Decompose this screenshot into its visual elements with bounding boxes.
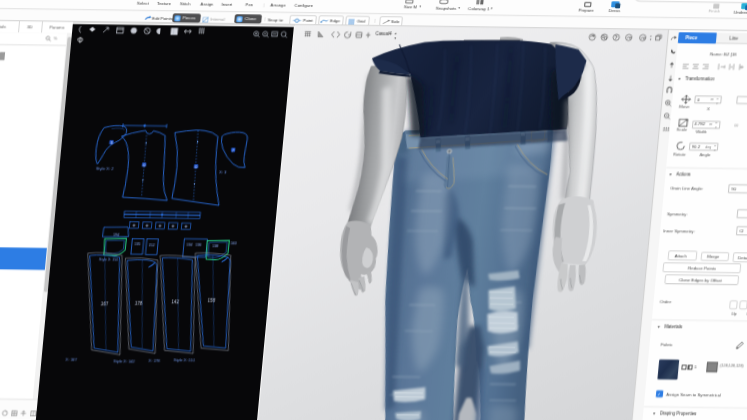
- svg-text:158: 158: [208, 298, 216, 303]
- svg-text:138: 138: [212, 244, 218, 248]
- svg-text:Style X: 142: Style X: 142: [113, 359, 136, 364]
- svg-text:142: 142: [172, 299, 180, 304]
- svg-text:134: 134: [187, 242, 193, 246]
- svg-text:X: 178: X: 178: [149, 358, 162, 363]
- svg-text:194: 194: [113, 232, 119, 236]
- svg-text:136: 136: [196, 243, 202, 247]
- svg-text:X: 167: X: 167: [66, 357, 79, 362]
- svg-text:163: 163: [231, 241, 237, 245]
- svg-text:Style X: 151: Style X: 151: [174, 357, 197, 362]
- svg-text:Style X: 2: Style X: 2: [96, 166, 115, 171]
- svg-text:135: 135: [134, 242, 140, 246]
- svg-text:152: 152: [149, 243, 155, 247]
- svg-text:X: 3: X: 3: [219, 169, 228, 174]
- svg-text:167: 167: [101, 301, 109, 306]
- svg-text:178: 178: [135, 301, 143, 306]
- svg-text:Style X: 150: Style X: 150: [99, 257, 119, 261]
